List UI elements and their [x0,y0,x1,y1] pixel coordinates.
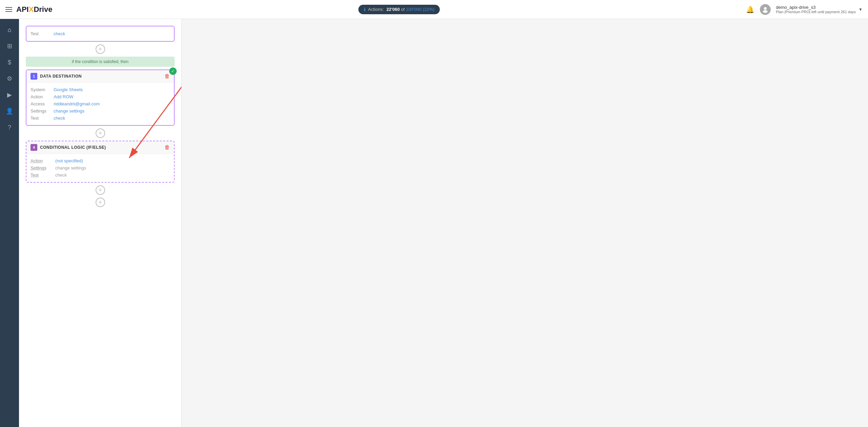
conditional-row-settings: Settings change settings [31,164,170,171]
actions-of: of [401,7,405,12]
main-layout: ⌂ ⊞ $ ⚙ ▶ 👤 ? Test check + [0,19,868,427]
actions-count: 22'060 of 100'000 (22%) [387,7,435,12]
plus-connector-2: + [26,128,175,138]
header-right: 🔔 demo_apix-drive_s3 Plan |Premium PRO| … [746,4,863,15]
header: API X Drive ℹ Actions: 22'060 of 100'000… [0,0,868,19]
conditional-row-action: Action (not specified) [31,157,170,164]
info-icon: ℹ [364,7,366,12]
destination-row-settings: Settings change settings [31,107,170,115]
add-step-btn-1[interactable]: + [96,44,105,54]
logo-x: X [29,5,34,14]
destination-card-body: System Google Sheets Action Add ROW Acce… [26,83,174,125]
cond-test-value[interactable]: check [55,172,67,178]
destination-card-title: DATA DESTINATION [40,74,82,79]
destination-card-number: 1 [31,73,37,80]
destination-card-header: 1 DATA DESTINATION 🗑 [26,70,174,83]
conditional-card-body: Action (not specified) Settings change s… [26,154,174,182]
conditional-card-header: 4 CONDITIONAL LOGIC (IF/ELSE) 🗑 [26,141,174,154]
logo: API X Drive [16,5,52,14]
conditional-card-title: CONDITIONAL LOGIC (IF/ELSE) [40,145,106,150]
plus-connector-4: + [26,198,175,207]
destination-card: 1 DATA DESTINATION 🗑 ✓ System Google She… [26,69,175,126]
bell-icon[interactable]: 🔔 [746,5,754,14]
actions-used: 22'060 [387,7,400,12]
logo-drive: Drive [34,5,52,14]
sidebar: ⌂ ⊞ $ ⚙ ▶ 👤 ? [0,19,19,427]
destination-row-access: Access riddleandrii@gmail.com [31,100,170,107]
add-step-btn-3[interactable]: + [96,185,105,195]
test-label: Test [31,116,51,121]
cond-action-value[interactable]: (not specified) [55,158,83,163]
cond-test-label: Test [31,172,53,178]
canvas-panel: Test check + if the condition is satisfi… [19,19,182,427]
add-step-btn-4[interactable]: + [96,198,105,207]
sidebar-item-tools[interactable]: ⚙ [3,72,16,85]
svg-point-0 [764,7,767,10]
canvas-right [182,19,868,427]
system-label: System [31,87,51,92]
settings-value[interactable]: change settings [54,108,84,114]
access-label: Access [31,101,51,106]
actions-label: Actions: [368,7,384,12]
plus-connector-3: + [26,185,175,195]
content-area: Test check + if the condition is satisfi… [19,19,868,427]
conditional-row-test: Test check [31,171,170,179]
avatar [760,4,771,15]
partial-card: Test check [26,26,175,42]
sidebar-item-play[interactable]: ▶ [3,88,16,102]
canvas-wrapper: Test check + if the condition is satisfi… [26,26,175,207]
user-name: demo_apix-drive_s3 [776,5,856,10]
access-value[interactable]: riddleandrii@gmail.com [54,101,100,106]
hamburger-menu[interactable] [5,7,12,12]
conditional-card-number: 4 [31,144,37,151]
destination-row-action: Action Add ROW [31,93,170,100]
actions-badge: ℹ Actions: 22'060 of 100'000 (22%) [358,5,440,14]
svg-point-1 [763,10,768,13]
actions-total: 100'000 [406,7,421,12]
user-section[interactable]: demo_apix-drive_s3 Plan |Premium PRO| le… [776,5,863,14]
chevron-down-icon: ▼ [859,7,863,12]
header-center: ℹ Actions: 22'060 of 100'000 (22%) [52,5,746,14]
action-value[interactable]: Add ROW [54,94,74,99]
destination-row-test: Test check [31,115,170,122]
cond-settings-value[interactable]: change settings [55,165,86,170]
conditional-logic-card: 4 CONDITIONAL LOGIC (IF/ELSE) 🗑 Action (… [26,141,175,183]
cond-settings-label: Settings [31,165,53,170]
plus-connector-1: + [26,44,175,54]
sidebar-item-home[interactable]: ⌂ [3,23,16,37]
destination-checkmark: ✓ [169,67,177,75]
sidebar-item-help[interactable]: ? [3,121,16,134]
user-plan: Plan |Premium PRO| left until payment 26… [776,10,856,14]
destination-row-system: System Google Sheets [31,86,170,93]
sidebar-item-billing[interactable]: $ [3,56,16,69]
sidebar-item-user[interactable]: 👤 [3,104,16,118]
header-left: API X Drive [5,5,52,14]
add-step-btn-2[interactable]: + [96,128,105,138]
cond-action-label: Action [31,158,53,163]
partial-test-value[interactable]: check [54,31,65,36]
settings-label: Settings [31,108,51,114]
destination-delete-icon[interactable]: 🗑 [164,73,170,79]
partial-row-test: Test check [31,30,170,38]
test-value[interactable]: check [54,116,65,121]
partial-test-label: Test [31,31,51,36]
system-value[interactable]: Google Sheets [54,87,83,92]
actions-pct: (22%) [423,7,435,12]
action-label: Action [31,94,51,99]
condition-banner: if the condition is satisfied, then [26,57,175,67]
sidebar-item-grid[interactable]: ⊞ [3,39,16,53]
logo-api: API [16,5,29,14]
conditional-delete-icon[interactable]: 🗑 [164,144,170,150]
user-info: demo_apix-drive_s3 Plan |Premium PRO| le… [776,5,856,14]
